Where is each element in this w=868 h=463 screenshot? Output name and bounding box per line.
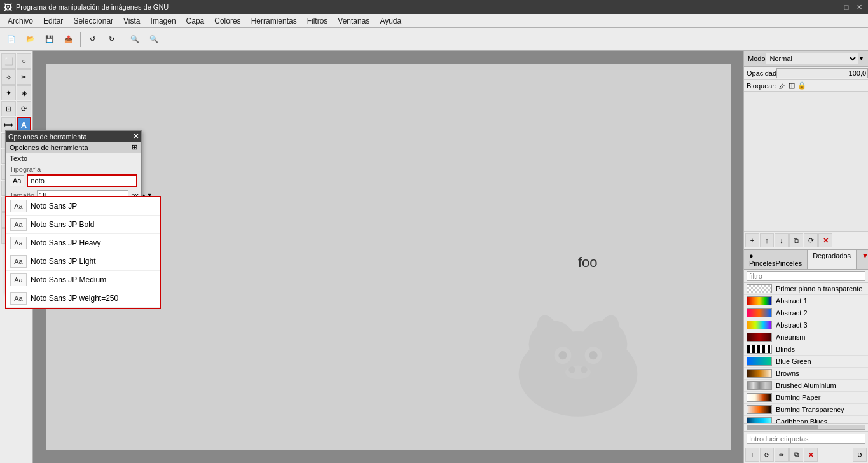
- brushes-refresh-btn[interactable]: ⟳: [760, 448, 774, 462]
- tool-by-color[interactable]: ◈: [17, 85, 31, 100]
- tb-save[interactable]: 💾: [41, 31, 59, 48]
- tb-new[interactable]: 📄: [3, 31, 20, 48]
- h-scrollbar[interactable]: [747, 425, 865, 430]
- tool-fuzzy-select[interactable]: ✦: [1, 85, 16, 100]
- gradient-swatch-aneurism: [747, 333, 772, 342]
- layer-delete-btn[interactable]: ✕: [818, 233, 832, 247]
- layer-up-btn[interactable]: ↑: [760, 233, 774, 247]
- gradient-item-blue-green[interactable]: Blue Green: [744, 356, 868, 368]
- gradient-item-caribbean-blues[interactable]: Caribbean Blues: [744, 416, 868, 423]
- tb-undo[interactable]: ↺: [83, 31, 101, 48]
- font-preview-btn[interactable]: Aa: [10, 175, 24, 186]
- font-dropdown: Aa Noto Sans JP Aa Noto Sans JP Bold Aa …: [5, 196, 161, 309]
- menu-imagen[interactable]: Imagen: [146, 15, 181, 27]
- tb-zoom-out[interactable]: 🔍: [145, 31, 163, 48]
- mode-arrow: ▼: [858, 55, 864, 62]
- font-item-noto-sans-jp-bold[interactable]: Aa Noto Sans JP Bold: [6, 216, 160, 234]
- gradient-item-blinds[interactable]: Blinds: [744, 343, 868, 356]
- font-item-noto-sans-jp-weight250[interactable]: Aa Noto Sans JP weight=250: [6, 289, 160, 308]
- layer-add-btn[interactable]: +: [745, 233, 759, 247]
- panel-inner-arrow[interactable]: ⊞: [132, 143, 137, 151]
- gradient-swatch-burning-transparency: [747, 405, 772, 414]
- app-icon: 🖼: [4, 3, 12, 12]
- titlebar-controls: – □ ✕: [829, 2, 864, 12]
- font-input[interactable]: [27, 174, 137, 187]
- gradient-item-brushed-aluminium[interactable]: Brushed Aluminium: [744, 380, 868, 392]
- tool-ellipse-select[interactable]: ○: [17, 53, 31, 69]
- gradient-item-abstract2[interactable]: Abstract 2: [744, 307, 868, 319]
- layers-toolbar: + ↑ ↓ ⧉ ⟳ ✕: [744, 232, 868, 249]
- font-item-noto-sans-jp[interactable]: Aa Noto Sans JP: [6, 197, 160, 216]
- gradient-name-blinds: Blinds: [776, 345, 795, 353]
- menu-archivo[interactable]: Archivo: [3, 15, 38, 27]
- opacity-input[interactable]: [776, 68, 868, 78]
- maximize-button[interactable]: □: [841, 2, 851, 12]
- brushes-edit-btn[interactable]: ✏: [775, 448, 789, 462]
- layer-down-btn[interactable]: ↓: [775, 233, 789, 247]
- brushes-delete-btn[interactable]: ✕: [804, 448, 818, 462]
- gradient-item-abstract1[interactable]: Abstract 1: [744, 295, 868, 307]
- filter-row: [744, 270, 868, 283]
- layer-duplicate-btn[interactable]: ⧉: [789, 233, 803, 247]
- layers-canvas: [744, 92, 868, 232]
- tool-transform[interactable]: ⟳: [17, 101, 31, 116]
- lock-all-icon[interactable]: 🔒: [797, 81, 806, 90]
- menu-seleccionar[interactable]: Seleccionar: [68, 15, 118, 27]
- tab-degradados[interactable]: Degradados: [808, 250, 857, 269]
- lock-pixels-icon[interactable]: 🖊: [779, 82, 786, 90]
- menu-filtros[interactable]: Filtros: [302, 15, 333, 27]
- font-name-2: Noto Sans JP Bold: [31, 220, 95, 229]
- font-name-1: Noto Sans JP: [31, 202, 77, 211]
- minimize-button[interactable]: –: [829, 2, 839, 12]
- opacity-label: Opacidad: [747, 69, 776, 77]
- gradient-name-blue-green: Blue Green: [776, 357, 811, 365]
- menu-herramientas[interactable]: Herramientas: [246, 15, 302, 27]
- filter-input[interactable]: [747, 271, 865, 281]
- menu-vista[interactable]: Vista: [118, 15, 145, 27]
- close-button[interactable]: ✕: [854, 2, 864, 12]
- canvas-text-foo[interactable]: foo: [578, 254, 705, 271]
- menu-capa[interactable]: Capa: [181, 15, 210, 27]
- tags-input[interactable]: [747, 434, 865, 444]
- menu-colores[interactable]: Colores: [209, 15, 245, 27]
- font-item-noto-sans-jp-light[interactable]: Aa Noto Sans JP Light: [6, 252, 160, 271]
- layer-anchor-btn[interactable]: ⟳: [804, 233, 818, 247]
- lock-alpha-icon[interactable]: ◫: [789, 81, 795, 90]
- menu-ayuda[interactable]: Ayuda: [375, 15, 406, 27]
- panel-close-btn[interactable]: ✕: [133, 132, 139, 141]
- mode-select[interactable]: Normal: [766, 53, 859, 64]
- gradient-item-aneurism[interactable]: Aneurism: [744, 331, 868, 343]
- tool-scissors[interactable]: ✂: [17, 69, 31, 85]
- layers-header: Modo Normal ▼: [744, 51, 868, 67]
- brushes-duplicate-btn[interactable]: ⧉: [789, 448, 803, 462]
- tab-pinceles[interactable]: ● PincelesPinceles: [744, 250, 808, 269]
- menu-editar[interactable]: Editar: [38, 15, 68, 27]
- brushes-settings-btn[interactable]: ↺: [853, 448, 867, 462]
- tool-free-select[interactable]: ⟡: [1, 69, 16, 85]
- tb-redo[interactable]: ↻: [102, 31, 120, 48]
- tool-crop[interactable]: ⊡: [1, 101, 16, 116]
- gradient-swatch-abstract1: [747, 296, 772, 305]
- tb-export[interactable]: 📤: [60, 31, 78, 48]
- gradient-item-abstract3[interactable]: Abstract 3: [744, 319, 868, 331]
- gradient-item-burning-paper[interactable]: Burning Paper: [744, 392, 868, 404]
- scroll-row: [744, 423, 868, 431]
- tb-zoom-in[interactable]: 🔍: [126, 31, 144, 48]
- gradient-item-primer-plano[interactable]: Primer plano a transparente: [744, 283, 868, 295]
- gradient-swatch-browns: [747, 369, 772, 378]
- svg-point-10: [565, 366, 591, 379]
- panel-inner-label: Opciones de herramienta: [10, 144, 88, 151]
- font-aa-icon-5: Aa: [10, 273, 27, 286]
- brushes-add-btn[interactable]: +: [745, 448, 759, 462]
- opacity-row: Opacidad ▲▼: [744, 67, 868, 80]
- gradient-item-browns[interactable]: Browns: [744, 368, 868, 380]
- brushes-panel-close[interactable]: ▼: [857, 250, 868, 269]
- tool-rect-select[interactable]: ⬜: [1, 53, 16, 69]
- menu-ventanas[interactable]: Ventanas: [333, 15, 375, 27]
- font-item-noto-sans-jp-medium[interactable]: Aa Noto Sans JP Medium: [6, 271, 160, 289]
- tb-open[interactable]: 📂: [22, 31, 39, 48]
- titlebar: 🖼 Programa de manipulación de imágenes d…: [0, 0, 868, 14]
- gradient-name-abstract2: Abstract 2: [776, 309, 808, 317]
- font-item-noto-sans-jp-heavy[interactable]: Aa Noto Sans JP Heavy: [6, 234, 160, 252]
- gradient-item-burning-transparency[interactable]: Burning Transparency: [744, 404, 868, 416]
